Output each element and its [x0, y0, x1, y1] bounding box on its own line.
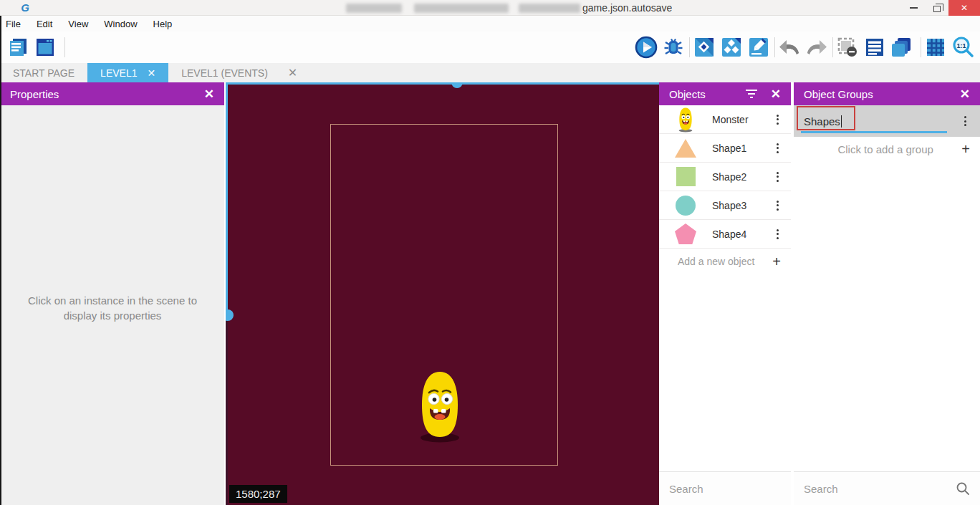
- toolbar-separator: [64, 37, 65, 57]
- scene-canvas[interactable]: 1580;287: [226, 82, 659, 505]
- tab-level1-events[interactable]: LEVEL1 (EVENTS): [168, 63, 281, 82]
- vertical-scrollbar[interactable]: [226, 82, 228, 315]
- toolbar-separator: [921, 37, 921, 57]
- plus-icon[interactable]: +: [772, 254, 781, 270]
- tab-level1[interactable]: LEVEL1 ✕: [87, 63, 168, 82]
- menu-bar: File Edit View Window Help: [0, 16, 980, 32]
- horizontal-scrollbar[interactable]: [226, 82, 659, 85]
- layers-icon[interactable]: [890, 36, 913, 59]
- add-object-label: Add a new object: [678, 256, 772, 267]
- properties-panel-header: Properties ✕: [0, 82, 224, 105]
- circle-thumbnail-icon: [675, 193, 696, 218]
- tab-level1-events-close-icon[interactable]: ✕: [281, 63, 304, 82]
- gdevelop-logo-icon: G: [19, 1, 32, 14]
- minimize-icon: [910, 7, 918, 9]
- add-object-row[interactable]: Add a new object +: [659, 249, 791, 274]
- monster-instance[interactable]: [416, 369, 463, 443]
- edit-scene-properties-icon[interactable]: [747, 36, 770, 59]
- object-groups-panel-title: Object Groups: [804, 88, 873, 100]
- group-menu-icon[interactable]: [960, 115, 970, 128]
- groups-search-input[interactable]: [804, 483, 956, 495]
- vertical-scrollbar-track[interactable]: [226, 315, 228, 505]
- object-row-shape1[interactable]: Shape1: [659, 134, 791, 163]
- edit-objects-icon[interactable]: [693, 36, 716, 59]
- object-menu-icon[interactable]: [772, 198, 782, 212]
- object-label: Shape3: [712, 200, 772, 211]
- object-menu-icon[interactable]: [772, 112, 782, 126]
- objects-search-bar: [659, 471, 791, 505]
- objects-panel: Objects ✕ Monster: [659, 82, 791, 505]
- tab-level1-close-icon[interactable]: ✕: [147, 67, 155, 79]
- search-icon: [956, 481, 970, 496]
- menu-edit[interactable]: Edit: [29, 16, 60, 32]
- plus-icon[interactable]: +: [961, 141, 970, 158]
- start-page-icon[interactable]: [34, 36, 57, 59]
- horizontal-scrollbar-handle[interactable]: [451, 82, 463, 88]
- object-groups-close-icon[interactable]: ✕: [960, 87, 970, 102]
- object-groups-panel: Object Groups ✕ Shapes Click to add a gr…: [794, 82, 980, 505]
- groups-search-bar: [794, 471, 980, 505]
- main-toolbar: 1:1: [0, 32, 980, 63]
- window-title: game.json.autosave: [582, 2, 672, 14]
- restore-button[interactable]: [926, 0, 948, 16]
- object-menu-icon[interactable]: [772, 170, 782, 183]
- grid-icon[interactable]: [924, 36, 947, 59]
- properties-close-icon[interactable]: ✕: [204, 87, 214, 102]
- editor-tab-bar: START PAGE LEVEL1 ✕ LEVEL1 (EVENTS) ✕: [0, 63, 980, 82]
- close-icon: ✕: [961, 3, 968, 13]
- redacted-title-segment: [346, 4, 402, 13]
- toolbar-separator: [832, 37, 833, 57]
- tab-start-page-label: START PAGE: [13, 67, 75, 79]
- instances-list-icon[interactable]: [863, 36, 886, 59]
- redacted-title-segment: [519, 4, 580, 13]
- object-row-shape4[interactable]: Shape4: [659, 220, 791, 249]
- menu-view[interactable]: View: [60, 16, 96, 32]
- play-icon[interactable]: [635, 36, 658, 59]
- clear-selection-icon[interactable]: [836, 36, 859, 59]
- objects-close-icon[interactable]: ✕: [771, 87, 781, 102]
- annotation-highlight-box: [797, 106, 855, 130]
- objects-search-input[interactable]: [669, 483, 812, 495]
- menu-file[interactable]: File: [0, 16, 29, 32]
- title-bar: G game.json.autosave ✕: [0, 0, 980, 16]
- toolbar-separator: [774, 37, 775, 57]
- objects-panel-title: Objects: [669, 88, 706, 100]
- zoom-original-icon[interactable]: 1:1: [951, 36, 974, 59]
- edit-object-groups-icon[interactable]: [720, 36, 743, 59]
- svg-text:1:1: 1:1: [956, 42, 966, 49]
- project-manager-icon[interactable]: [6, 36, 29, 59]
- object-label: Shape1: [712, 143, 772, 154]
- redo-icon[interactable]: [805, 36, 828, 59]
- properties-panel-title: Properties: [10, 88, 59, 100]
- tab-start-page[interactable]: START PAGE: [0, 63, 87, 82]
- object-row-shape3[interactable]: Shape3: [659, 191, 791, 220]
- add-group-row[interactable]: Click to add a group +: [794, 137, 980, 161]
- properties-empty-hint: Click on an instance in the scene to dis…: [11, 293, 213, 323]
- triangle-thumbnail-icon: [675, 136, 696, 160]
- object-label: Monster: [712, 114, 772, 125]
- undo-icon[interactable]: [778, 36, 801, 59]
- close-button[interactable]: ✕: [948, 0, 980, 16]
- tab-level1-label: LEVEL1: [100, 67, 137, 79]
- vertical-scrollbar-handle[interactable]: [226, 309, 234, 321]
- object-menu-icon[interactable]: [772, 227, 782, 241]
- properties-panel: Properties ✕ Click on an instance in the…: [0, 82, 224, 505]
- monster-thumbnail-icon: [675, 107, 696, 132]
- object-groups-panel-header: Object Groups ✕: [794, 82, 980, 105]
- restore-icon: [933, 6, 941, 12]
- redacted-title-segment: [414, 4, 509, 13]
- cursor-coordinates: 1580;287: [229, 485, 287, 503]
- main-content: Properties ✕ Click on an instance in the…: [0, 82, 980, 505]
- minimize-button[interactable]: [901, 0, 926, 16]
- menu-help[interactable]: Help: [145, 16, 181, 32]
- menu-window[interactable]: Window: [96, 16, 145, 32]
- filter-icon[interactable]: [745, 90, 758, 98]
- object-row-monster[interactable]: Monster: [659, 105, 791, 134]
- object-row-shape2[interactable]: Shape2: [659, 163, 791, 191]
- group-name-edit-row: Shapes: [794, 105, 980, 137]
- square-thumbnail-icon: [675, 165, 696, 189]
- pentagon-thumbnail-icon: [675, 222, 696, 246]
- objects-panel-header: Objects ✕: [659, 82, 791, 105]
- debug-icon[interactable]: [662, 36, 685, 59]
- object-menu-icon[interactable]: [772, 141, 782, 155]
